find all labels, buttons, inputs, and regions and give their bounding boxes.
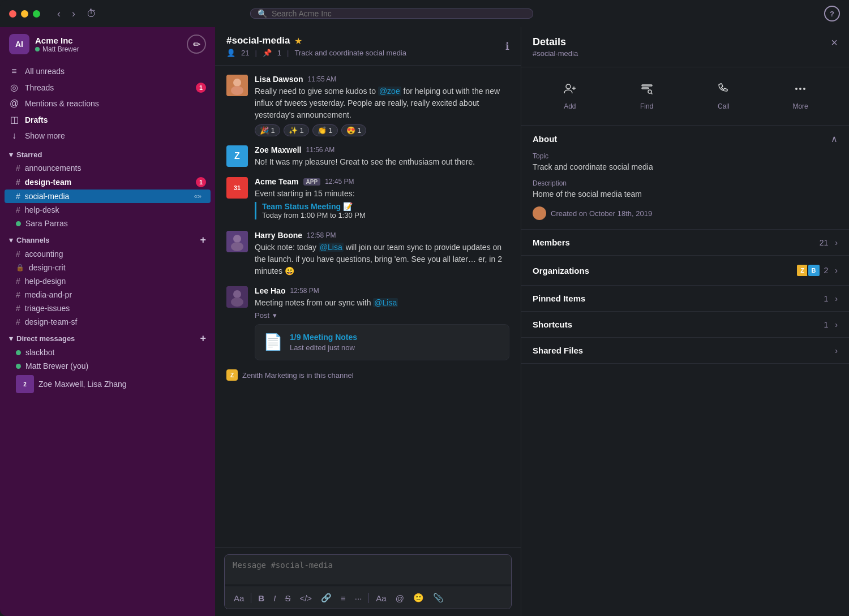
- call-icon: [717, 82, 730, 99]
- close-details-button[interactable]: ×: [831, 36, 838, 49]
- channel-item-media-and-pr[interactable]: # media-and-pr: [0, 288, 215, 301]
- text-size-button[interactable]: Aa: [372, 591, 389, 605]
- info-button[interactable]: ℹ: [505, 40, 509, 53]
- dm-item-slackbot[interactable]: slackbot: [0, 346, 215, 359]
- hash-icon: #: [16, 277, 20, 286]
- compose-button[interactable]: ✏: [187, 35, 206, 54]
- reaction-item[interactable]: 👏 1: [312, 124, 338, 136]
- chevron-right-icon: ›: [835, 294, 838, 303]
- message-input[interactable]: [225, 555, 511, 584]
- back-button[interactable]: ‹: [54, 7, 64, 21]
- history-button[interactable]: ⏱: [83, 7, 100, 21]
- more-icon: [794, 82, 807, 99]
- mention[interactable]: @zoe: [378, 87, 401, 96]
- sidebar-item-threads[interactable]: ◎ Threads 1: [0, 79, 215, 96]
- maximize-button[interactable]: [33, 10, 40, 18]
- about-title: About: [533, 134, 557, 144]
- channel-item-design-team-sf[interactable]: # design-team-sf: [0, 315, 215, 329]
- sender-name: Zoe Maxwell: [255, 145, 301, 154]
- members-row[interactable]: Members 21 ›: [521, 230, 849, 256]
- event-block: Team Status Meeting 📝 Today from 1:00 PM…: [255, 202, 509, 219]
- organizations-row[interactable]: Organizations Z B 2 ›: [521, 256, 849, 286]
- dm-item-zoe-lisa[interactable]: 2 Zoe Maxwell, Lisa Zhang: [0, 373, 215, 395]
- message-row: Z Zoe Maxwell 11:56 AM No! It was my ple…: [226, 145, 509, 168]
- star-icon[interactable]: ★: [294, 36, 302, 46]
- search-input[interactable]: [272, 9, 526, 18]
- event-link[interactable]: Team Status Meeting 📝: [262, 202, 509, 211]
- attachment-button[interactable]: 📎: [430, 591, 447, 605]
- channel-header-left: #social-media ★ 👤 21 | 📌 1 | Track and c…: [226, 35, 406, 57]
- description-label: Description: [533, 179, 838, 187]
- search-bar[interactable]: 🔍: [250, 8, 533, 19]
- channels-section-header[interactable]: ▾ Channels +: [0, 230, 215, 247]
- mention[interactable]: @Lisa: [373, 298, 398, 307]
- svg-point-8: [231, 298, 243, 307]
- dm-item-matt[interactable]: Matt Brewer (you): [0, 359, 215, 373]
- threads-icon: ◎: [9, 82, 19, 93]
- shortcuts-row[interactable]: Shortcuts 1 ›: [521, 312, 849, 338]
- bold-button[interactable]: B: [255, 591, 268, 605]
- call-action-button[interactable]: Call: [687, 76, 761, 116]
- starred-section-header[interactable]: ▾ Starred: [0, 146, 215, 161]
- channel-item-design-team[interactable]: # design-team 1: [0, 175, 215, 189]
- add-dm-button[interactable]: +: [200, 333, 206, 343]
- channel-item-social-media[interactable]: # social-media «»: [5, 189, 211, 203]
- message-text: No! It was my pleasure! Great to see the…: [255, 156, 509, 168]
- channel-item-triage-issues[interactable]: # triage-issues: [0, 301, 215, 315]
- forward-button[interactable]: ›: [68, 7, 79, 21]
- link-button[interactable]: 🔗: [318, 591, 335, 605]
- members-count[interactable]: 21: [241, 49, 249, 57]
- code-button[interactable]: </>: [296, 591, 315, 605]
- shared-files-row[interactable]: Shared Files ›: [521, 338, 849, 364]
- sidebar-item-all-unreads[interactable]: ≡ All unreads: [0, 63, 215, 79]
- more-format-button[interactable]: ···: [351, 591, 366, 605]
- at-button[interactable]: @: [392, 591, 408, 605]
- more-action-button[interactable]: More: [763, 76, 838, 116]
- dms-section-header[interactable]: ▾ Direct messages +: [0, 329, 215, 346]
- details-panel: Details #social-media × Add: [521, 27, 849, 616]
- online-dot-icon: [16, 221, 21, 226]
- unread-badge: 1: [196, 177, 206, 187]
- pinned-row[interactable]: Pinned Items 1 ›: [521, 286, 849, 312]
- starred-label: Starred: [16, 150, 42, 159]
- about-section-header[interactable]: About ∧: [521, 126, 849, 152]
- strikethrough-button[interactable]: S: [281, 591, 294, 605]
- sidebar-item-drafts[interactable]: ◫ Drafts: [0, 111, 215, 128]
- sidebar-item-mentions[interactable]: @ Mentions & reactions: [0, 96, 215, 111]
- channel-item-help-desk[interactable]: # help-desk: [0, 203, 215, 217]
- emoji-button[interactable]: 🙂: [410, 591, 427, 605]
- pin-icon: 📌: [263, 49, 272, 57]
- list-button[interactable]: ≡: [337, 591, 349, 605]
- reaction-item[interactable]: 🎉 1: [255, 124, 280, 136]
- avatar: [226, 286, 248, 308]
- timestamp: 11:56 AM: [306, 146, 335, 154]
- reaction-item[interactable]: 😍 1: [341, 124, 367, 136]
- find-action-button[interactable]: Find: [610, 76, 684, 116]
- minimize-button[interactable]: [21, 10, 28, 18]
- channel-item-design-crit[interactable]: 🔒 design-crit: [0, 261, 215, 274]
- channel-item-announcements[interactable]: # announcements: [0, 161, 215, 175]
- channel-item-accounting[interactable]: # accounting: [0, 247, 215, 261]
- add-channel-button[interactable]: +: [200, 235, 206, 245]
- post-attachment[interactable]: 📄 1/9 Meeting Notes Last edited just now: [255, 324, 509, 360]
- workspace-name[interactable]: Acme Inc: [35, 36, 79, 45]
- chevron-right-icon: ›: [835, 346, 838, 355]
- format-button[interactable]: Aa: [230, 591, 247, 605]
- reaction-item[interactable]: ✨ 1: [284, 124, 309, 136]
- sidebar-scroll[interactable]: ▾ Starred # announcements # design-team …: [0, 146, 215, 616]
- avatar: Z: [226, 145, 248, 167]
- shared-files-label: Shared Files: [533, 346, 583, 355]
- channel-item-help-design[interactable]: # help-design: [0, 274, 215, 288]
- help-button[interactable]: ?: [824, 6, 840, 21]
- dm-item-sara[interactable]: Sara Parras: [0, 217, 215, 230]
- add-action-button[interactable]: Add: [533, 76, 607, 116]
- mention[interactable]: @Lisa: [319, 243, 344, 252]
- dm-name: slackbot: [25, 348, 54, 357]
- topic-value: Track and coordinate social media: [533, 162, 838, 171]
- sidebar-item-show-more[interactable]: ↓ Show more: [0, 128, 215, 144]
- sender-name: Acme Team: [255, 177, 299, 186]
- close-button[interactable]: [9, 10, 16, 18]
- italic-button[interactable]: I: [270, 591, 279, 605]
- messages-container[interactable]: Lisa Dawson 11:55 AM Really need to give…: [215, 66, 521, 547]
- post-dropdown-icon[interactable]: ▾: [273, 311, 277, 320]
